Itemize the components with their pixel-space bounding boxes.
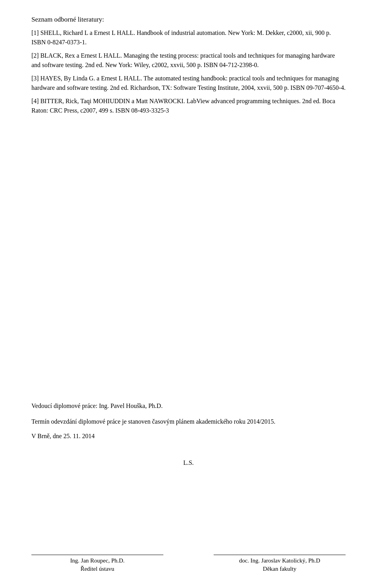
page: Seznam odborné literatury: [1] SHELL, Ri… <box>0 0 377 588</box>
footer-right-name: doc. Ing. Jaroslav Katolický, Ph.D <box>214 557 346 564</box>
bibliography-section: Seznam odborné literatury: [1] SHELL, Ri… <box>31 16 346 115</box>
bib-entry-4: [4] BITTER, Rick, Taqi MOHIUDDIN a Matt … <box>31 96 346 115</box>
footer-right-role: Děkan fakulty <box>214 566 346 572</box>
footer-right-divider <box>214 555 346 555</box>
footer-container: Ing. Jan Roupec, Ph.D. Ředitel ústavu do… <box>31 555 346 572</box>
footer-left-name: Ing. Jan Roupec, Ph.D. <box>31 557 163 564</box>
location-date: V Brně, dne 25. 11. 2014 <box>31 433 346 440</box>
supervisor-section: Vedoucí diplomové práce: Ing. Pavel Houš… <box>31 401 346 466</box>
bib-entry-3: [3] HAYES, By Linda G. a Ernest L HALL. … <box>31 74 346 93</box>
footer-columns: Ing. Jan Roupec, Ph.D. Ředitel ústavu do… <box>31 555 346 572</box>
bibliography-title: Seznam odborné literatury: <box>31 16 346 24</box>
footer-left-role: Ředitel ústavu <box>31 566 163 572</box>
footer-left-divider <box>31 555 163 555</box>
footer-right: doc. Ing. Jaroslav Katolický, Ph.D Děkan… <box>214 555 346 572</box>
supervisor-label: Vedoucí diplomové práce: Ing. Pavel Houš… <box>31 401 346 411</box>
ls-label: L.S. <box>31 459 346 466</box>
deadline-label: Termín odevzdání diplomové práce je stan… <box>31 417 346 426</box>
bib-entry-1: [1] SHELL, Richard L a Ernest L HALL. Ha… <box>31 28 346 47</box>
footer-left: Ing. Jan Roupec, Ph.D. Ředitel ústavu <box>31 555 163 572</box>
bib-entry-2: [2] BLACK, Rex a Ernest L HALL. Managing… <box>31 51 346 70</box>
